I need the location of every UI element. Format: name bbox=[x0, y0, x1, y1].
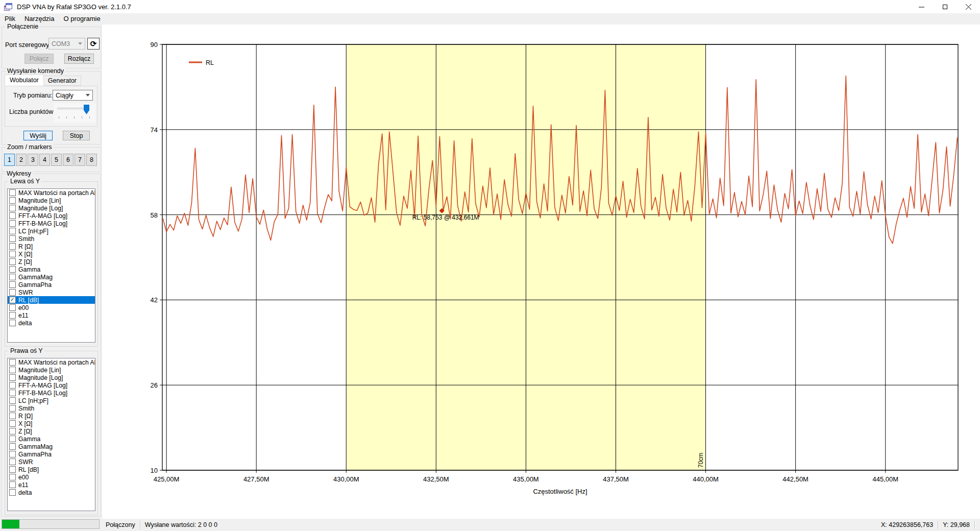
checkbox-icon[interactable] bbox=[9, 312, 16, 319]
checkbox-icon[interactable] bbox=[9, 428, 16, 435]
checkbox-icon[interactable] bbox=[9, 274, 16, 280]
axis-option[interactable]: Gamma bbox=[8, 266, 95, 273]
axis-option[interactable]: Smith bbox=[8, 235, 95, 243]
checkbox-icon[interactable] bbox=[9, 235, 16, 242]
connect-button[interactable]: Połącz bbox=[24, 54, 54, 64]
checkbox-icon[interactable] bbox=[9, 281, 16, 288]
axis-option[interactable]: FFT-B-MAG [Log] bbox=[8, 220, 95, 227]
axis-option[interactable]: X [Ω] bbox=[8, 420, 95, 427]
rl-chart[interactable]: 907458422610425,00M427,50M430,00M432,50M… bbox=[102, 25, 980, 519]
checkbox-icon[interactable] bbox=[9, 413, 16, 419]
disconnect-button[interactable]: Rozłącz bbox=[64, 54, 94, 64]
tab-wobulator[interactable]: Wobulator bbox=[5, 75, 44, 86]
axis-option[interactable]: e11 bbox=[8, 311, 95, 319]
axis-option[interactable]: e00 bbox=[8, 304, 95, 311]
zoom-button-7[interactable]: 7 bbox=[75, 154, 85, 166]
axis-option[interactable]: GammaPha bbox=[8, 450, 95, 458]
axis-option[interactable]: delta bbox=[8, 319, 95, 327]
axis-option[interactable]: SWR bbox=[8, 458, 95, 466]
axis-option[interactable]: RL [dB] bbox=[8, 466, 95, 473]
tab-generator[interactable]: Generator bbox=[43, 76, 81, 86]
checkbox-icon[interactable] bbox=[9, 359, 16, 366]
left-axis-list[interactable]: MAX Wartości na portach ADCMagnitude [Li… bbox=[7, 188, 95, 343]
menu-item-o-programie[interactable]: O programie bbox=[59, 13, 105, 25]
checkbox-icon[interactable] bbox=[9, 443, 16, 450]
axis-option[interactable]: ✓RL [dB] bbox=[8, 296, 95, 304]
axis-option[interactable]: FFT-B-MAG [Log] bbox=[8, 389, 95, 397]
axis-option-label: GammaPha bbox=[18, 281, 52, 288]
zoom-button-4[interactable]: 4 bbox=[39, 154, 50, 166]
checkbox-icon[interactable] bbox=[9, 481, 16, 488]
checkbox-icon[interactable] bbox=[9, 251, 16, 257]
axis-option[interactable]: LC [nH;pF] bbox=[8, 227, 95, 235]
checkbox-icon[interactable] bbox=[9, 474, 16, 480]
zoom-button-8[interactable]: 8 bbox=[86, 154, 97, 166]
refresh-ports-button[interactable]: ⟳ bbox=[87, 38, 100, 50]
checkbox-icon[interactable] bbox=[9, 451, 16, 457]
checkbox-icon[interactable] bbox=[9, 420, 16, 427]
checkbox-icon[interactable] bbox=[9, 466, 16, 473]
zoom-button-1[interactable]: 1 bbox=[4, 154, 15, 166]
checkbox-icon[interactable] bbox=[9, 197, 16, 204]
checkbox-icon[interactable] bbox=[9, 436, 16, 442]
right-axis-list[interactable]: MAX Wartości na portach ADCMagnitude [Li… bbox=[7, 358, 95, 511]
axis-option[interactable]: GammaPha bbox=[8, 281, 95, 288]
zoom-button-6[interactable]: 6 bbox=[63, 154, 74, 166]
checkbox-icon[interactable] bbox=[9, 397, 16, 404]
maximize-button[interactable] bbox=[933, 0, 957, 13]
axis-option[interactable]: delta bbox=[8, 489, 95, 496]
stop-button[interactable]: Stop bbox=[63, 131, 90, 140]
axis-option[interactable]: MAX Wartości na portach ADC bbox=[8, 358, 95, 366]
checkbox-icon[interactable] bbox=[9, 289, 16, 296]
checkbox-icon[interactable] bbox=[9, 320, 16, 326]
zoom-button-5[interactable]: 5 bbox=[51, 154, 62, 166]
axis-option[interactable]: GammaMag bbox=[8, 443, 95, 450]
zoom-button-2[interactable]: 2 bbox=[16, 154, 27, 166]
axis-option[interactable]: X [Ω] bbox=[8, 250, 95, 258]
axis-option[interactable]: FFT-A-MAG [Log] bbox=[8, 212, 95, 220]
checkbox-icon[interactable] bbox=[9, 205, 16, 211]
axis-option[interactable]: FFT-A-MAG [Log] bbox=[8, 381, 95, 389]
checkbox-icon[interactable] bbox=[9, 189, 16, 196]
send-button[interactable]: Wyślij bbox=[23, 131, 53, 140]
checkbox-icon[interactable] bbox=[9, 243, 16, 250]
checkbox-icon[interactable] bbox=[9, 405, 16, 412]
axis-option[interactable]: SWR bbox=[8, 288, 95, 296]
checkbox-icon[interactable] bbox=[9, 266, 16, 273]
close-button[interactable] bbox=[957, 0, 980, 13]
checkbox-icon[interactable] bbox=[9, 212, 16, 219]
checkbox-icon[interactable] bbox=[9, 489, 16, 496]
axis-option[interactable]: Magnitude [Lin] bbox=[8, 197, 95, 204]
axis-option[interactable]: LC [nH;pF] bbox=[8, 397, 95, 404]
measure-mode-select[interactable]: Ciągły bbox=[53, 90, 93, 101]
axis-option[interactable]: MAX Wartości na portach ADC bbox=[8, 189, 95, 197]
checkbox-icon[interactable] bbox=[9, 304, 16, 311]
axis-option[interactable]: GammaMag bbox=[8, 273, 95, 281]
checkbox-icon[interactable] bbox=[9, 228, 16, 234]
axis-option[interactable]: Gamma bbox=[8, 435, 95, 443]
axis-option[interactable]: e11 bbox=[8, 481, 95, 489]
minimize-button[interactable] bbox=[910, 0, 933, 13]
axis-option[interactable]: Magnitude [Log] bbox=[8, 374, 95, 381]
axis-option[interactable]: Magnitude [Lin] bbox=[8, 366, 95, 374]
checkbox-icon[interactable]: ✓ bbox=[9, 297, 16, 303]
slider-thumb[interactable] bbox=[84, 105, 89, 114]
checkbox-icon[interactable] bbox=[9, 382, 16, 389]
axis-option[interactable]: R [Ω] bbox=[8, 243, 95, 250]
checkbox-icon[interactable] bbox=[9, 458, 16, 465]
serial-port-select[interactable]: COM3 bbox=[48, 38, 85, 50]
axis-option[interactable]: Magnitude [Log] bbox=[8, 204, 95, 212]
axis-option[interactable]: R [Ω] bbox=[8, 412, 95, 420]
checkbox-icon[interactable] bbox=[9, 390, 16, 396]
checkbox-icon[interactable] bbox=[9, 220, 16, 227]
chart-panel[interactable]: 907458422610425,00M427,50M430,00M432,50M… bbox=[102, 25, 980, 519]
zoom-button-3[interactable]: 3 bbox=[28, 154, 38, 166]
axis-option[interactable]: e00 bbox=[8, 473, 95, 481]
axis-option[interactable]: Smith bbox=[8, 404, 95, 412]
axis-option[interactable]: Z [Ω] bbox=[8, 258, 95, 266]
checkbox-icon[interactable] bbox=[9, 258, 16, 265]
points-count-slider[interactable] bbox=[54, 103, 95, 123]
checkbox-icon[interactable] bbox=[9, 367, 16, 373]
axis-option[interactable]: Z [Ω] bbox=[8, 427, 95, 435]
checkbox-icon[interactable] bbox=[9, 374, 16, 381]
